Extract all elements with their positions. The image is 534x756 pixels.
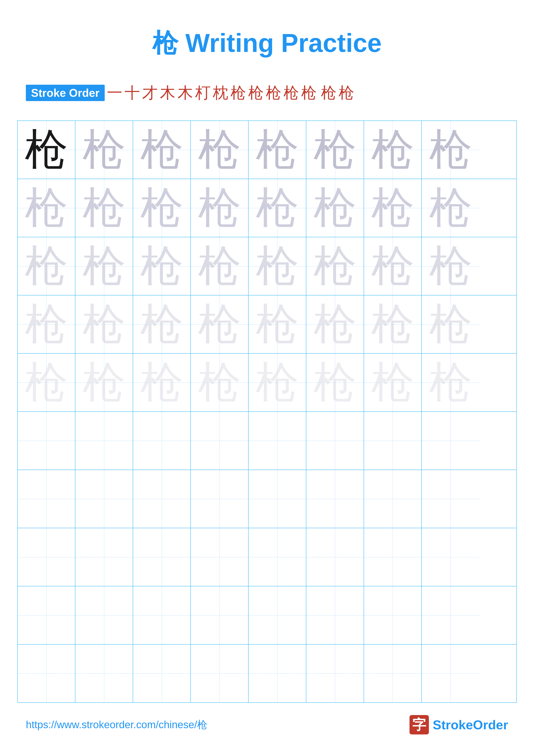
logo-char: 字: [412, 716, 426, 734]
grid-cell-2-2[interactable]: 枪: [75, 179, 133, 237]
grid-cell-3-6[interactable]: 枪: [306, 237, 364, 295]
grid-cell-9-6[interactable]: [306, 586, 364, 644]
logo-order: Order: [473, 717, 508, 732]
practice-char-light: 枪: [140, 245, 183, 288]
grid-cell-10-2[interactable]: [75, 645, 133, 702]
footer-url[interactable]: https://www.strokeorder.com/chinese/枪: [26, 718, 207, 732]
grid-cell-7-3[interactable]: [133, 470, 191, 528]
grid-cell-5-4[interactable]: 枪: [191, 354, 249, 411]
grid-cell-4-5[interactable]: 枪: [249, 295, 306, 353]
grid-cell-3-7[interactable]: 枪: [364, 237, 422, 295]
grid-cell-1-5[interactable]: 枪: [249, 121, 306, 179]
grid-cell-10-8[interactable]: [422, 645, 479, 702]
stroke-char-13: 枪: [321, 83, 337, 103]
grid-cell-1-2[interactable]: 枪: [75, 121, 133, 179]
practice-char-light: 枪: [429, 128, 472, 171]
grid-cell-2-3[interactable]: 枪: [133, 179, 191, 237]
practice-char-light: 枪: [140, 303, 183, 346]
grid-cell-1-1[interactable]: 枪: [18, 121, 75, 179]
grid-cell-8-4[interactable]: [191, 528, 249, 586]
grid-cell-8-8[interactable]: [422, 528, 479, 586]
grid-cell-2-7[interactable]: 枪: [364, 179, 422, 237]
grid-cell-8-2[interactable]: [75, 528, 133, 586]
grid-cell-10-3[interactable]: [133, 645, 191, 702]
grid-cell-1-8[interactable]: 枪: [422, 121, 479, 179]
grid-cell-7-8[interactable]: [422, 470, 479, 528]
practice-char-light: 枪: [198, 361, 241, 404]
grid-cell-8-6[interactable]: [306, 528, 364, 586]
practice-char-light: 枪: [140, 361, 183, 404]
grid-cell-3-3[interactable]: 枪: [133, 237, 191, 295]
practice-char-light: 枪: [314, 303, 357, 346]
grid-cell-6-1[interactable]: [18, 412, 75, 470]
grid-cell-9-5[interactable]: [249, 586, 306, 644]
grid-cell-4-3[interactable]: 枪: [133, 295, 191, 353]
grid-cell-3-5[interactable]: 枪: [249, 237, 306, 295]
grid-cell-10-5[interactable]: [249, 645, 306, 702]
grid-cell-1-3[interactable]: 枪: [133, 121, 191, 179]
grid-cell-9-1[interactable]: [18, 586, 75, 644]
grid-cell-5-1[interactable]: 枪: [18, 354, 75, 411]
grid-cell-10-1[interactable]: [18, 645, 75, 702]
grid-cell-6-2[interactable]: [75, 412, 133, 470]
grid-cell-10-7[interactable]: [364, 645, 422, 702]
grid-cell-9-7[interactable]: [364, 586, 422, 644]
grid-cell-5-8[interactable]: 枪: [422, 354, 479, 411]
grid-cell-6-3[interactable]: [133, 412, 191, 470]
grid-cell-9-3[interactable]: [133, 586, 191, 644]
grid-cell-2-1[interactable]: 枪: [18, 179, 75, 237]
grid-cell-10-6[interactable]: [306, 645, 364, 702]
grid-cell-2-5[interactable]: 枪: [249, 179, 306, 237]
grid-cell-4-6[interactable]: 枪: [306, 295, 364, 353]
grid-cell-6-8[interactable]: [422, 412, 479, 470]
grid-cell-9-2[interactable]: [75, 586, 133, 644]
grid-row-9: [18, 586, 516, 645]
grid-cell-1-6[interactable]: 枪: [306, 121, 364, 179]
grid-cell-4-4[interactable]: 枪: [191, 295, 249, 353]
grid-cell-3-2[interactable]: 枪: [75, 237, 133, 295]
grid-cell-4-2[interactable]: 枪: [75, 295, 133, 353]
grid-cell-7-5[interactable]: [249, 470, 306, 528]
grid-cell-1-4[interactable]: 枪: [191, 121, 249, 179]
grid-cell-7-7[interactable]: [364, 470, 422, 528]
grid-cell-4-8[interactable]: 枪: [422, 295, 479, 353]
grid-row-5: 枪 枪 枪 枪 枪 枪 枪 枪: [18, 354, 516, 412]
grid-cell-5-2[interactable]: 枪: [75, 354, 133, 411]
grid-cell-5-6[interactable]: 枪: [306, 354, 364, 411]
title-section: 枪 Writing Practice: [0, 0, 534, 74]
grid-cell-2-8[interactable]: 枪: [422, 179, 479, 237]
grid-cell-10-4[interactable]: [191, 645, 249, 702]
grid-cell-3-1[interactable]: 枪: [18, 237, 75, 295]
grid-cell-6-7[interactable]: [364, 412, 422, 470]
grid-cell-7-2[interactable]: [75, 470, 133, 528]
grid-cell-7-4[interactable]: [191, 470, 249, 528]
grid-cell-5-5[interactable]: 枪: [249, 354, 306, 411]
grid-cell-7-1[interactable]: [18, 470, 75, 528]
grid-cell-2-4[interactable]: 枪: [191, 179, 249, 237]
grid-cell-1-7[interactable]: 枪: [364, 121, 422, 179]
grid-cell-6-4[interactable]: [191, 412, 249, 470]
practice-char-light: 枪: [314, 128, 357, 171]
practice-char-light: 枪: [256, 245, 299, 288]
grid-cell-5-3[interactable]: 枪: [133, 354, 191, 411]
grid-cell-2-6[interactable]: 枪: [306, 179, 364, 237]
grid-cell-9-4[interactable]: [191, 586, 249, 644]
practice-char-light: 枪: [371, 186, 414, 230]
grid-cell-8-7[interactable]: [364, 528, 422, 586]
grid-cell-6-6[interactable]: [306, 412, 364, 470]
grid-cell-4-1[interactable]: 枪: [18, 295, 75, 353]
grid-cell-8-5[interactable]: [249, 528, 306, 586]
grid-cell-8-3[interactable]: [133, 528, 191, 586]
grid-cell-3-4[interactable]: 枪: [191, 237, 249, 295]
practice-char-light: 枪: [429, 186, 472, 230]
grid-cell-9-8[interactable]: [422, 586, 479, 644]
practice-char-light: 枪: [371, 128, 414, 171]
grid-cell-4-7[interactable]: 枪: [364, 295, 422, 353]
grid-cell-7-6[interactable]: [306, 470, 364, 528]
stroke-char-8: 枪: [231, 83, 246, 103]
grid-cell-5-7[interactable]: 枪: [364, 354, 422, 411]
footer: https://www.strokeorder.com/chinese/枪 字 …: [0, 715, 534, 735]
grid-cell-3-8[interactable]: 枪: [422, 237, 479, 295]
grid-cell-8-1[interactable]: [18, 528, 75, 586]
grid-cell-6-5[interactable]: [249, 412, 306, 470]
